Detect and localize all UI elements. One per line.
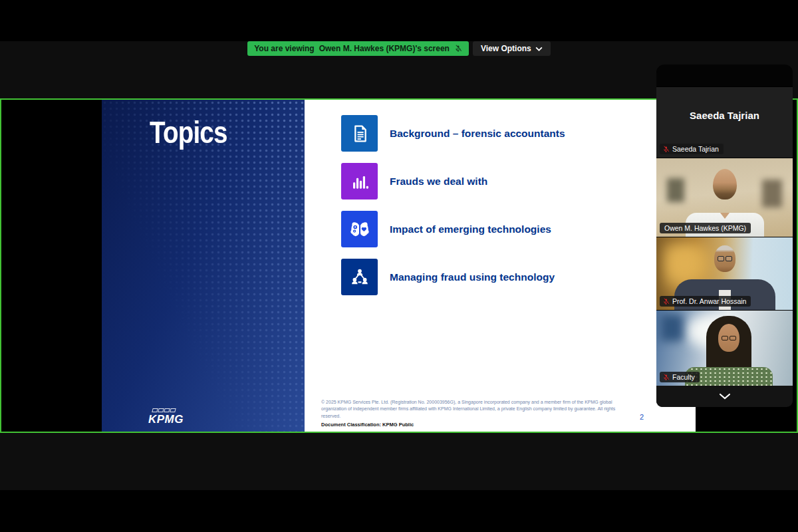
topic-row: Frauds we deal with xyxy=(341,163,696,200)
kpmg-logo: KPMG xyxy=(148,408,184,426)
share-banner: You are viewing Owen M. Hawkes (KPMG)'s … xyxy=(0,41,798,56)
video-tile-owen[interactable]: Owen M. Hawkes (KPMG) xyxy=(656,158,793,237)
bar-chart-icon xyxy=(341,163,378,200)
topic-label: Impact of emerging technologies xyxy=(390,223,551,235)
slide-title: Topics xyxy=(150,114,227,150)
participant-name-tag: Prof. Dr. Anwar Hossain xyxy=(660,296,751,307)
brain-icon xyxy=(341,211,378,247)
participant-name-tag: Saeeda Tajrian xyxy=(660,144,724,154)
participant-name: Prof. Dr. Anwar Hossain xyxy=(672,297,746,305)
chevron-down-icon xyxy=(535,47,543,51)
topic-label: Managing fraud using technology xyxy=(390,271,555,283)
presentation-slide: Topics KPMG xyxy=(102,100,696,432)
muted-mic-icon xyxy=(454,45,462,53)
background-picture-frame xyxy=(762,180,782,207)
participant-name-tag: Owen M. Hawkes (KPMG) xyxy=(660,223,751,233)
muted-mic-icon xyxy=(662,374,670,381)
video-tile-anwar[interactable]: Prof. Dr. Anwar Hossain xyxy=(656,237,793,310)
kpmg-logo-text: KPMG xyxy=(148,413,184,426)
participant-name: Faculty xyxy=(672,373,695,381)
participant-name-tag: Faculty xyxy=(660,372,700,382)
viewing-prefix-text: You are viewing xyxy=(254,44,314,53)
slide-content-panel: Background – forensic accountants Frauds… xyxy=(305,100,696,432)
slide-title-panel: Topics KPMG xyxy=(102,100,305,432)
muted-mic-icon xyxy=(662,146,670,153)
person-face xyxy=(713,169,737,200)
person-glasses xyxy=(722,336,736,340)
view-options-button[interactable]: View Options xyxy=(473,41,551,56)
person-glasses xyxy=(718,256,732,261)
participants-panel-header[interactable] xyxy=(656,65,793,86)
background-blur-blob xyxy=(660,315,683,341)
topic-row: Managing fraud using technology xyxy=(341,259,696,295)
slide-footer: © 2025 KPMG Services Pte. Ltd. (Registra… xyxy=(321,399,628,428)
kpmg-logo-boxes xyxy=(152,408,184,412)
collapse-gallery-button[interactable] xyxy=(656,386,793,407)
background-picture-frame xyxy=(667,178,684,202)
copyright-text: © 2025 KPMG Services Pte. Ltd. (Registra… xyxy=(321,399,628,420)
chevron-down-icon xyxy=(719,393,731,400)
topic-label: Background – forensic accountants xyxy=(390,128,565,140)
people-network-icon xyxy=(341,259,378,295)
participant-name: Saeeda Tajrian xyxy=(672,145,719,153)
participant-center-name: Saeeda Tajrian xyxy=(656,110,793,121)
document-icon xyxy=(341,115,378,152)
classification-text: Document Classification: KPMG Public xyxy=(321,422,628,428)
view-options-label: View Options xyxy=(481,44,531,53)
participant-name: Owen M. Hawkes (KPMG) xyxy=(664,224,746,232)
page-number: 2 xyxy=(640,413,644,421)
viewing-status-pill: You are viewing Owen M. Hawkes (KPMG)'s … xyxy=(247,41,469,56)
participants-panel: Saeeda Tajrian Saeeda Tajrian Owen M. Ha… xyxy=(656,65,793,407)
topic-row: Background – forensic accountants xyxy=(341,115,696,152)
topic-label: Frauds we deal with xyxy=(390,176,487,188)
muted-mic-icon xyxy=(662,298,670,305)
viewing-subject-text: Owen M. Hawkes (KPMG)'s screen xyxy=(319,44,450,53)
video-tile-faculty[interactable]: Faculty xyxy=(656,310,793,386)
video-tile-saeeda[interactable]: Saeeda Tajrian Saeeda Tajrian xyxy=(656,86,793,158)
topic-row: Impact of emerging technologies xyxy=(341,211,696,247)
